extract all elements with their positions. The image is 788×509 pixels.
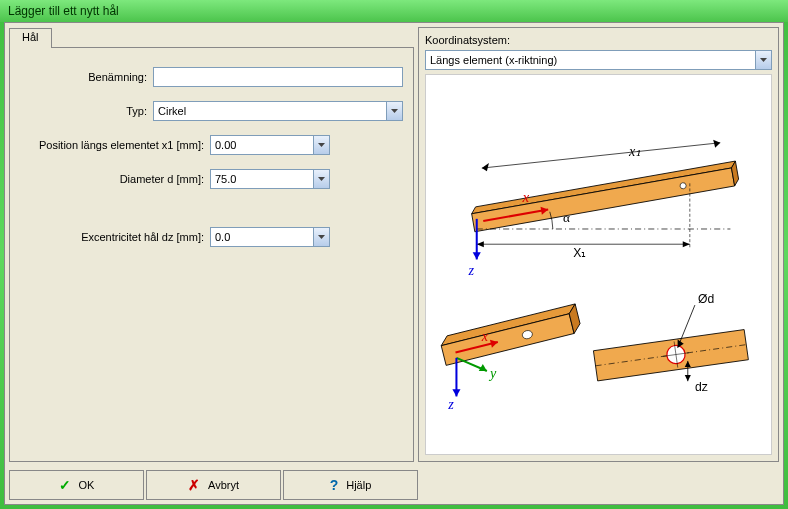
label-position: Position längs elementet x1 [mm]: <box>20 139 210 151</box>
combo-excentricitet-text: 0.0 <box>211 228 313 246</box>
label-coord: Koordinatsystem: <box>425 34 772 46</box>
cancel-button[interactable]: ✗ Avbryt <box>146 470 281 500</box>
main-area: Hål Benämning: Typ: Cirkel <box>5 23 783 466</box>
combo-typ[interactable]: Cirkel <box>153 101 403 121</box>
label-benamning: Benämning: <box>20 71 153 83</box>
right-panel: Koordinatsystem: Längs element (x-riktni… <box>418 27 779 462</box>
combo-diameter[interactable]: 75.0 <box>210 169 330 189</box>
dialog-window: Lägger till ett nytt hål Hål Benämning: <box>0 0 788 509</box>
ok-label: OK <box>79 479 95 491</box>
combo-coord[interactable]: Längs element (x-riktning) <box>425 50 772 70</box>
combo-diameter-text: 75.0 <box>211 170 313 188</box>
left-panel: Hål Benämning: Typ: Cirkel <box>9 27 414 462</box>
diagram-Od: Ød <box>698 292 714 306</box>
chevron-down-icon <box>755 51 771 69</box>
ok-button[interactable]: ✓ OK <box>9 470 144 500</box>
cancel-label: Avbryt <box>208 479 239 491</box>
svg-rect-0 <box>472 168 735 232</box>
diagram-x1: x₁ <box>628 143 641 159</box>
diagram-svg: x x₁ α <box>426 75 771 454</box>
label-excentricitet: Excentricitet hål dz [mm]: <box>20 231 210 243</box>
diagram-x2: x <box>481 328 489 344</box>
combo-excentricitet[interactable]: 0.0 <box>210 227 330 247</box>
help-label: Hjälp <box>346 479 371 491</box>
title-bar: Lägger till ett nytt hål <box>0 0 788 22</box>
combo-position[interactable]: 0.00 <box>210 135 330 155</box>
tab-hal-label: Hål <box>22 31 39 43</box>
tab-hal[interactable]: Hål <box>9 28 52 48</box>
diagram: x x₁ α <box>425 74 772 455</box>
close-icon: ✗ <box>188 477 200 493</box>
diagram-z-bot: z <box>447 396 454 412</box>
tab-header: Hål <box>9 27 414 47</box>
diagram-X1: X₁ <box>573 246 586 260</box>
row-position: Position längs elementet x1 [mm]: 0.00 <box>20 134 403 156</box>
row-typ: Typ: Cirkel <box>20 100 403 122</box>
combo-typ-text: Cirkel <box>154 102 386 120</box>
combo-position-text: 0.00 <box>211 136 313 154</box>
diagram-z-top: z <box>468 262 475 278</box>
content-area: Hål Benämning: Typ: Cirkel <box>4 22 784 505</box>
button-bar: ✓ OK ✗ Avbryt ? Hjälp <box>5 466 783 504</box>
help-icon: ? <box>330 477 339 493</box>
help-button[interactable]: ? Hjälp <box>283 470 418 500</box>
chevron-down-icon <box>386 102 402 120</box>
diagram-x: x <box>521 188 529 205</box>
chevron-down-icon <box>313 136 329 154</box>
chevron-down-icon <box>313 170 329 188</box>
label-diameter: Diameter d [mm]: <box>20 173 210 185</box>
window-title: Lägger till ett nytt hål <box>8 4 119 18</box>
diagram-alpha: α <box>563 210 570 225</box>
combo-coord-text: Längs element (x-riktning) <box>426 51 755 69</box>
label-typ: Typ: <box>20 105 153 117</box>
chevron-down-icon <box>313 228 329 246</box>
row-benamning: Benämning: <box>20 66 403 88</box>
tab-body: Benämning: Typ: Cirkel Positio <box>9 47 414 462</box>
row-excentricitet: Excentricitet hål dz [mm]: 0.0 <box>20 226 403 248</box>
check-icon: ✓ <box>59 477 71 493</box>
input-benamning[interactable] <box>153 67 403 87</box>
diagram-dz: dz <box>695 380 708 394</box>
svg-line-3 <box>482 143 720 168</box>
diagram-y: y <box>488 365 497 381</box>
row-diameter: Diameter d [mm]: 75.0 <box>20 168 403 190</box>
